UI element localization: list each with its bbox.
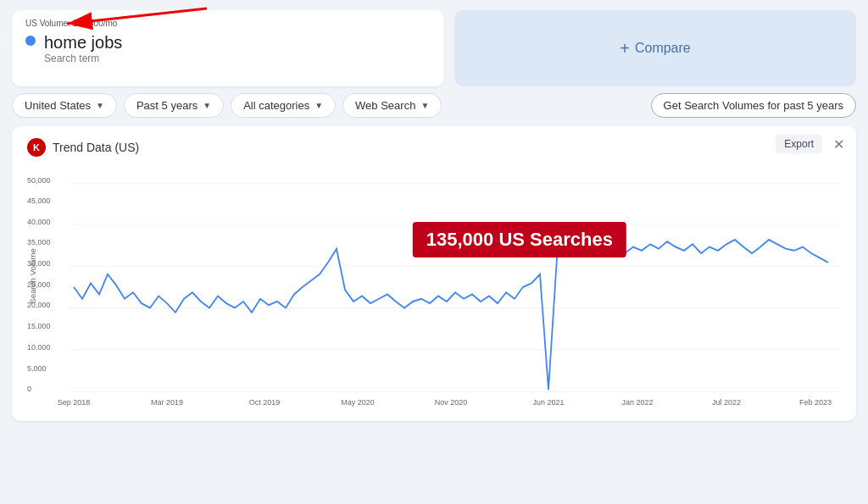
- search-card: US Volume: 135,000/mo home jobs Search t…: [12, 10, 444, 86]
- chart-section: K Trend Data (US) Export ✕ 135,000 US Se…: [12, 126, 856, 421]
- category-label: All categories: [243, 99, 309, 112]
- svg-text:Nov 2020: Nov 2020: [435, 398, 467, 407]
- svg-text:Sep 2018: Sep 2018: [58, 398, 91, 407]
- time-range-arrow-icon: ▼: [203, 101, 211, 110]
- search-term-type: Search term: [44, 53, 122, 64]
- svg-text:0: 0: [27, 385, 31, 393]
- category-arrow-icon: ▼: [314, 101, 323, 110]
- country-arrow-icon: ▼: [96, 101, 104, 110]
- search-term-name: home jobs: [44, 33, 122, 53]
- trend-chart: 50,000 45,000 40,000 35,000 30,000 25,00…: [27, 167, 841, 413]
- compare-label: Compare: [635, 41, 691, 56]
- search-type-filter[interactable]: Web Search ▼: [342, 93, 442, 118]
- time-range-filter[interactable]: Past 5 years ▼: [124, 93, 224, 118]
- svg-text:Mar 2019: Mar 2019: [151, 398, 183, 407]
- svg-text:Jun 2021: Jun 2021: [533, 398, 565, 407]
- svg-text:40,000: 40,000: [27, 217, 50, 225]
- country-label: United States: [25, 99, 91, 112]
- close-button[interactable]: ✕: [833, 136, 844, 152]
- chart-title: Trend Data (US): [53, 141, 139, 154]
- time-range-label: Past 5 years: [136, 99, 198, 112]
- svg-text:Search Volume: Search Volume: [29, 248, 37, 303]
- svg-text:35,000: 35,000: [27, 238, 50, 246]
- export-button[interactable]: Export: [776, 135, 822, 153]
- search-type-label: Web Search: [355, 99, 415, 112]
- compare-card[interactable]: + Compare: [454, 10, 856, 86]
- filter-row: United States ▼ Past 5 years ▼ All categ…: [0, 93, 868, 126]
- svg-text:Jul 2022: Jul 2022: [712, 398, 741, 407]
- svg-text:10,000: 10,000: [27, 343, 50, 352]
- k-logo-icon: K: [27, 138, 46, 157]
- svg-text:Feb 2023: Feb 2023: [799, 398, 832, 407]
- svg-text:Oct 2019: Oct 2019: [249, 398, 280, 407]
- get-volumes-button[interactable]: Get Search Volumes for past 5 years: [651, 93, 856, 118]
- svg-text:45,000: 45,000: [27, 197, 50, 205]
- svg-text:15,000: 15,000: [27, 322, 50, 330]
- svg-text:Jan 2022: Jan 2022: [622, 398, 654, 407]
- term-color-dot: [25, 36, 36, 46]
- annotation-box: 135,000 US Searches: [413, 222, 626, 258]
- volume-label: US Volume: 135,000/mo: [25, 19, 431, 28]
- chart-container: 135,000 US Searches 50,000 45,000 40,000…: [27, 167, 841, 413]
- svg-text:50,000: 50,000: [27, 176, 50, 185]
- category-filter[interactable]: All categories ▼: [231, 93, 336, 118]
- search-type-arrow-icon: ▼: [420, 101, 429, 110]
- svg-text:May 2020: May 2020: [341, 398, 374, 407]
- svg-text:5,000: 5,000: [27, 363, 46, 372]
- country-filter[interactable]: United States ▼: [12, 93, 117, 118]
- compare-plus-icon: +: [620, 39, 630, 58]
